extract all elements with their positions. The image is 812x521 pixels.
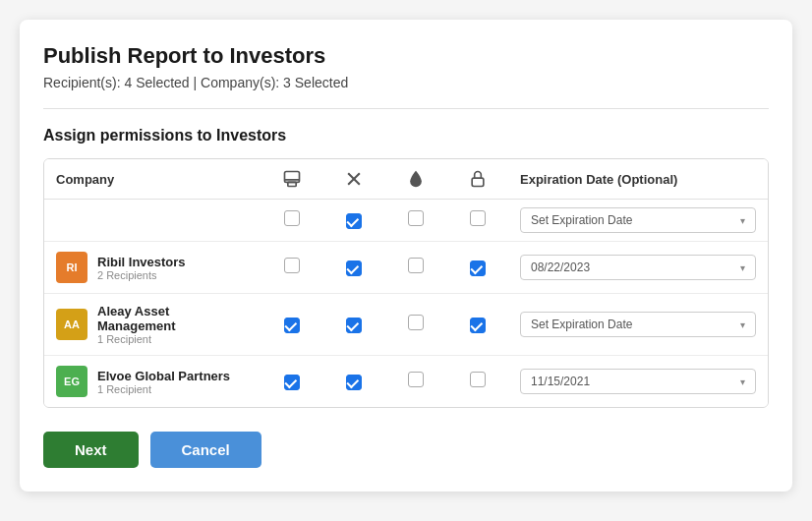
elvoe-print-cell (261, 356, 322, 408)
footer-buttons: Next Cancel (43, 432, 769, 468)
ribil-lock-cell (446, 242, 508, 294)
aleay-drop-checkbox[interactable] (408, 315, 424, 330)
ribil-drop-cell (384, 242, 446, 294)
default-expiration-select[interactable]: Set Expiration Date ▾ (520, 207, 756, 233)
default-lock-checkbox[interactable] (470, 210, 486, 226)
elvoe-print-checkbox[interactable] (284, 375, 300, 390)
chevron-down-icon: ▾ (740, 215, 745, 226)
company-recipients-aleay: 1 Recipient (97, 333, 249, 345)
permissions-table-wrapper: Company (43, 158, 769, 408)
aleay-lock-cell (446, 294, 508, 356)
default-permissions-row: Set Expiration Date ▾ (44, 200, 768, 242)
ribil-cross-cell (322, 242, 384, 294)
avatar-ribil: RI (56, 252, 87, 283)
aleay-drop-cell (384, 294, 446, 356)
aleay-print-checkbox[interactable] (284, 318, 300, 333)
cancel-button[interactable]: Cancel (150, 432, 261, 468)
aleay-expiration-cell: Set Expiration Date ▾ (508, 294, 768, 356)
company-name-ribil: Ribil Investors (97, 255, 186, 269)
default-cross-checkbox[interactable] (346, 213, 362, 229)
ribil-cross-checkbox[interactable] (346, 260, 362, 276)
col-company: Company (44, 159, 261, 200)
aleay-lock-checkbox[interactable] (470, 318, 486, 333)
company-recipients-elvoe: 1 Recipient (97, 383, 230, 395)
svg-rect-1 (287, 182, 295, 186)
ribil-expiration-select[interactable]: 08/22/2023 ▾ (520, 255, 756, 280)
svg-rect-4 (472, 178, 484, 186)
default-drop-checkbox[interactable] (408, 210, 424, 226)
default-drop-cell (384, 200, 446, 242)
default-lock-cell (446, 200, 508, 242)
col-drop-icon (384, 159, 446, 200)
aleay-expiration-select[interactable]: Set Expiration Date ▾ (520, 312, 756, 337)
col-lock-icon (446, 159, 508, 200)
avatar-aleay: AA (56, 309, 87, 340)
elvoe-cross-checkbox[interactable] (346, 375, 362, 390)
aleay-cross-cell (322, 294, 384, 356)
company-cell-ribil: RI Ribil Investors 2 Recipients (44, 242, 261, 294)
default-print-cell (261, 200, 322, 242)
elvoe-lock-checkbox[interactable] (470, 372, 486, 387)
elvoe-lock-cell (446, 356, 508, 408)
aleay-print-cell (261, 294, 322, 356)
publish-modal: Publish Report to Investors Recipient(s)… (20, 20, 792, 492)
elvoe-expiration-select[interactable]: 11/15/2021 ▾ (520, 369, 756, 394)
ribil-print-checkbox[interactable] (284, 258, 300, 273)
ribil-print-cell (261, 242, 322, 294)
table-row: EG Elvoe Global Partners 1 Recipient (44, 356, 768, 408)
default-print-checkbox[interactable] (284, 210, 300, 226)
ribil-expiration-cell: 08/22/2023 ▾ (508, 242, 768, 294)
company-name-elvoe: Elvoe Global Partners (97, 369, 230, 383)
companies-count: Company(s): 3 Selected (201, 75, 348, 90)
company-name-aleay: Aleay Asset Management (97, 304, 249, 333)
company-cell-aleay: AA Aleay Asset Management 1 Recipient (44, 294, 261, 356)
elvoe-drop-cell (384, 356, 446, 408)
company-info-ribil: RI Ribil Investors 2 Recipients (56, 252, 249, 283)
table-row: AA Aleay Asset Management 1 Recipient (44, 294, 768, 356)
elvoe-drop-checkbox[interactable] (408, 372, 424, 387)
elvoe-cross-cell (322, 356, 384, 408)
modal-title: Publish Report to Investors (43, 43, 769, 69)
next-button[interactable]: Next (43, 432, 139, 468)
default-expiration-cell: Set Expiration Date ▾ (508, 200, 768, 242)
divider (43, 108, 769, 109)
modal-subtitle: Recipient(s): 4 Selected | Company(s): 3… (43, 75, 769, 90)
elvoe-expiration-cell: 11/15/2021 ▾ (508, 356, 768, 408)
section-title: Assign permissions to Investors (43, 127, 769, 145)
ribil-drop-checkbox[interactable] (408, 258, 424, 273)
table-row: RI Ribil Investors 2 Recipients (44, 242, 768, 294)
default-company-cell (44, 200, 261, 242)
company-cell-elvoe: EG Elvoe Global Partners 1 Recipient (44, 356, 261, 408)
company-info-aleay: AA Aleay Asset Management 1 Recipient (56, 304, 249, 345)
avatar-elvoe: EG (56, 366, 87, 397)
company-info-elvoe: EG Elvoe Global Partners 1 Recipient (56, 366, 249, 397)
company-recipients-ribil: 2 Recipients (97, 269, 186, 281)
col-expiration: Expiration Date (Optional) (508, 159, 768, 200)
col-print-icon (261, 159, 322, 200)
chevron-down-icon: ▾ (740, 262, 745, 273)
aleay-cross-checkbox[interactable] (346, 318, 362, 333)
chevron-down-icon: ▾ (740, 376, 745, 387)
default-cross-cell (322, 200, 384, 242)
chevron-down-icon: ▾ (740, 319, 745, 330)
recipients-count: Recipient(s): 4 Selected (43, 75, 190, 90)
ribil-lock-checkbox[interactable] (470, 260, 486, 276)
col-cross-icon (322, 159, 384, 200)
svg-rect-0 (284, 172, 299, 183)
permissions-table: Company (44, 159, 768, 407)
